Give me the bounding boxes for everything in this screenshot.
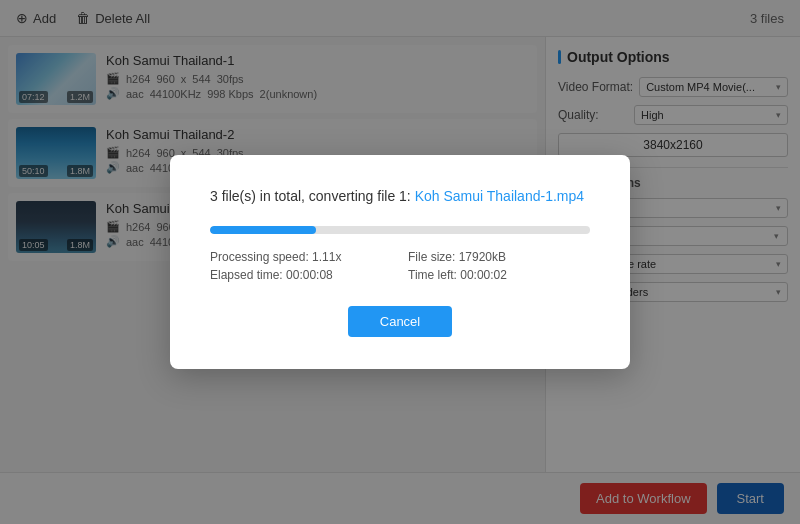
progress-bar-container: [210, 226, 590, 234]
processing-speed: Processing speed: 1.11x: [210, 250, 392, 264]
dialog-actions: Cancel: [210, 306, 590, 337]
dialog-title-prefix: 3 file(s) in total, converting file 1:: [210, 188, 415, 204]
stats-grid: Processing speed: 1.11x File size: 17920…: [210, 250, 590, 282]
modal-overlay: 3 file(s) in total, converting file 1: K…: [0, 0, 800, 524]
dialog-filename: Koh Samui Thailand-1.mp4: [415, 188, 584, 204]
cancel-button[interactable]: Cancel: [348, 306, 452, 337]
elapsed-time: Elapsed time: 00:00:08: [210, 268, 392, 282]
time-left: Time left: 00:00:02: [408, 268, 590, 282]
file-size: File size: 17920kB: [408, 250, 590, 264]
progress-bar-fill: [210, 226, 316, 234]
dialog-title: 3 file(s) in total, converting file 1: K…: [210, 187, 590, 207]
progress-dialog: 3 file(s) in total, converting file 1: K…: [170, 155, 630, 370]
